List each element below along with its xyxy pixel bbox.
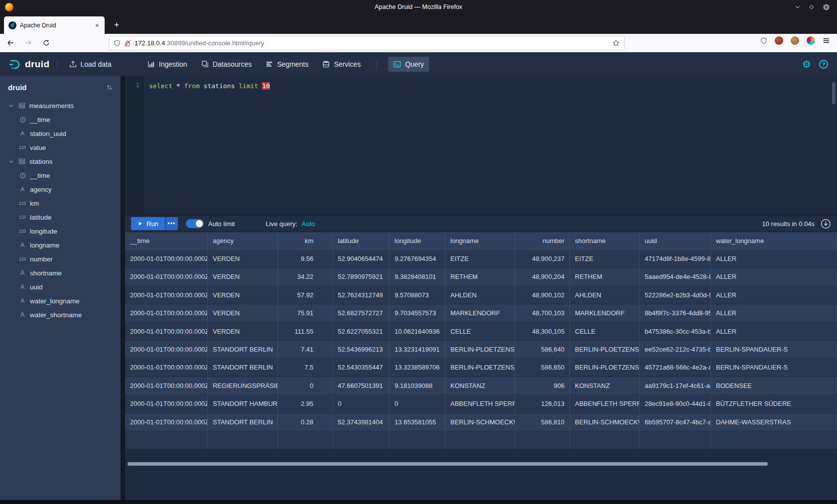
cell-shortname[interactable]: CELLE	[570, 323, 640, 341]
column-header-agency[interactable]: agency	[208, 232, 278, 250]
cell-agency[interactable]	[208, 431, 278, 449]
cell-agency[interactable]: VERDEN	[208, 323, 278, 341]
cell-km[interactable]: 7.41	[278, 341, 333, 359]
table-row[interactable]: 2000-01-01T00:00:00.000ZSTANDORT HAMBURG…	[125, 395, 837, 413]
column-header-uuid[interactable]: uuid	[640, 232, 711, 250]
query-text[interactable]: select * from stations limit 10	[149, 81, 270, 91]
cell-longitude[interactable]	[390, 431, 445, 449]
cell-shortname[interactable]	[570, 431, 640, 449]
table-row[interactable]: 2000-01-01T00:00:00.000ZVERDEN34.2252.78…	[125, 268, 837, 286]
cell-km[interactable]: 75.91	[278, 304, 333, 322]
cell-__time[interactable]: 2000-01-01T00:00:00.000Z	[125, 359, 208, 377]
cell-longname[interactable]	[445, 431, 515, 449]
cell-__time[interactable]: 2000-01-01T00:00:00.000Z	[125, 250, 208, 268]
window-maximize-button[interactable]	[809, 4, 815, 10]
cell-longitude[interactable]: 13.3238589706	[390, 359, 445, 377]
druid-logo-icon[interactable]	[8, 58, 21, 70]
cell-km[interactable]: 2.95	[278, 395, 333, 413]
column-header-number[interactable]: number	[515, 232, 570, 250]
cell-latitude[interactable]: 0	[333, 395, 390, 413]
chevron-down-icon[interactable]	[8, 159, 14, 164]
column-header-shortname[interactable]: shortname	[570, 232, 640, 250]
cell-km[interactable]	[278, 431, 333, 449]
tree-column-__time[interactable]: __time	[0, 168, 121, 182]
tree-column-longitude[interactable]: 123longitude	[0, 224, 121, 238]
tree-column-longname[interactable]: Alongname	[0, 238, 121, 252]
table-row[interactable]: 2000-01-01T00:00:00.000ZVERDEN111.5552.6…	[125, 323, 837, 341]
query-editor[interactable]: 1 select * from stations limit 10	[125, 76, 837, 215]
cell-km[interactable]: 0	[278, 377, 333, 395]
bookmark-star-icon[interactable]	[612, 39, 620, 47]
run-button[interactable]: Run	[131, 217, 165, 230]
cell-water_longname[interactable]: ALLER	[711, 268, 837, 286]
cell-shortname[interactable]: AHLDEN	[570, 286, 640, 304]
cell-uuid[interactable]: 8b4f9f7c-3376-4dd8-95c	[640, 304, 711, 322]
cell-agency[interactable]: STANDORT BERLIN	[208, 413, 278, 431]
tree-column-shortname[interactable]: Ashortname	[0, 266, 121, 280]
tree-column-__time[interactable]: __time	[0, 113, 121, 126]
cell-longitude[interactable]: 13.653581055	[390, 413, 445, 431]
cell-latitude[interactable]: 52.5430355447	[333, 359, 390, 377]
cell-number[interactable]: 586,810	[515, 413, 570, 431]
cell-water_longname[interactable]: BÜTZFLETHER SÜDERE	[711, 395, 837, 413]
cell-water_longname[interactable]: DAHME-WASSERSTRAS	[711, 413, 837, 431]
cell-__time[interactable]: 2000-01-01T00:00:00.000Z	[125, 395, 208, 413]
tree-column-number[interactable]: 123number	[0, 252, 121, 266]
extension-icon-pinwheel[interactable]	[807, 36, 815, 45]
cell-uuid[interactable]: 47174d8f-1b8e-4599-8a	[640, 250, 711, 268]
nav-services[interactable]: Services	[317, 57, 366, 72]
tree-column-value[interactable]: 123value	[0, 140, 121, 154]
cell-water_longname[interactable]: BODENSEE	[711, 377, 837, 395]
cell-longitude[interactable]: 9.7034557573	[390, 304, 445, 322]
cell-uuid[interactable]: ee52ce62-212c-4735-b4	[640, 341, 711, 359]
tree-column-uuid[interactable]: Auuid	[0, 280, 121, 294]
cell-km[interactable]: 34.22	[278, 268, 333, 286]
live-query-value[interactable]: Auto	[302, 220, 315, 228]
cell-uuid[interactable]: 5aaed954-de4e-4528-8f	[640, 268, 711, 286]
menu-hamburger-icon[interactable]	[823, 37, 830, 44]
run-more-button[interactable]: •••	[165, 217, 178, 230]
editor-scrollbar[interactable]	[832, 82, 836, 104]
cell-water_longname[interactable]: ALLER	[711, 323, 837, 341]
tree-column-km[interactable]: 123km	[0, 196, 121, 210]
table-row[interactable]: 2000-01-01T00:00:00.000ZVERDEN9.5652.904…	[125, 250, 837, 268]
cell-agency[interactable]: STANDORT HAMBURG	[208, 395, 278, 413]
cell-water_longname[interactable]: ALLER	[711, 304, 837, 322]
auto-limit-toggle[interactable]	[186, 219, 204, 228]
cell-__time[interactable]: 2000-01-01T00:00:00.000Z	[125, 341, 208, 359]
cell-number[interactable]: 586,640	[515, 341, 570, 359]
cell-water_longname[interactable]: ALLER	[711, 250, 837, 268]
cell-longname[interactable]: CELLE	[445, 323, 515, 341]
cell-km[interactable]: 111.55	[278, 323, 333, 341]
window-close-button[interactable]	[823, 3, 830, 11]
cell-uuid[interactable]: b475386c-30cc-453a-b3	[640, 323, 711, 341]
cell-shortname[interactable]: ABBENFLETH SPERRWERK	[570, 395, 640, 413]
browser-tab[interactable]: d Apache Druid ×	[4, 16, 105, 34]
cell-uuid[interactable]: aa9179c1-17ef-4c61-a48	[640, 377, 711, 395]
cell-longname[interactable]: BERLIN-SCHMOECKWITZWERDER	[445, 413, 515, 431]
table-row[interactable]: 2000-01-01T00:00:00.000ZSTANDORT BERLIN0…	[125, 413, 837, 431]
extension-icon-brown[interactable]	[791, 36, 799, 45]
cell-agency[interactable]: VERDEN	[208, 250, 278, 268]
sort-arrows-icon[interactable]	[106, 84, 113, 91]
extension-icon-red[interactable]	[775, 36, 783, 45]
table-row[interactable]	[125, 431, 837, 449]
druid-logo-text[interactable]: druid	[25, 59, 50, 70]
cell-uuid[interactable]: 28ec91e8-90c0-44d1-8f	[640, 395, 711, 413]
cell-km[interactable]: 9.56	[278, 250, 333, 268]
help-icon[interactable]: ?	[819, 60, 828, 69]
download-icon[interactable]	[821, 219, 831, 229]
cell-latitude[interactable]: 52.7624312749	[333, 286, 390, 304]
cell-__time[interactable]: 2000-01-01T00:00:00.000Z	[125, 413, 208, 431]
cell-latitude[interactable]: 52.9040654474	[333, 250, 390, 268]
column-header-longname[interactable]: longname	[445, 232, 515, 250]
table-row[interactable]: 2000-01-01T00:00:00.000ZREGIERUNGSPRÄSID…	[125, 377, 837, 395]
cell-agency[interactable]: STANDORT BERLIN	[208, 359, 278, 377]
cell-longitude[interactable]: 9.3828408101	[390, 268, 445, 286]
cell-latitude[interactable]: 52.3743981404	[333, 413, 390, 431]
tree-table-stations[interactable]: stations	[0, 154, 121, 168]
url-bar[interactable]: 172.18.0.4:30899/unified-console.html#qu…	[109, 36, 625, 50]
cell-uuid[interactable]: 6b595707-8c47-4bc7-a8	[640, 413, 711, 431]
cell-water_longname[interactable]	[711, 431, 837, 449]
cell-agency[interactable]: STANDORT BERLIN	[208, 341, 278, 359]
